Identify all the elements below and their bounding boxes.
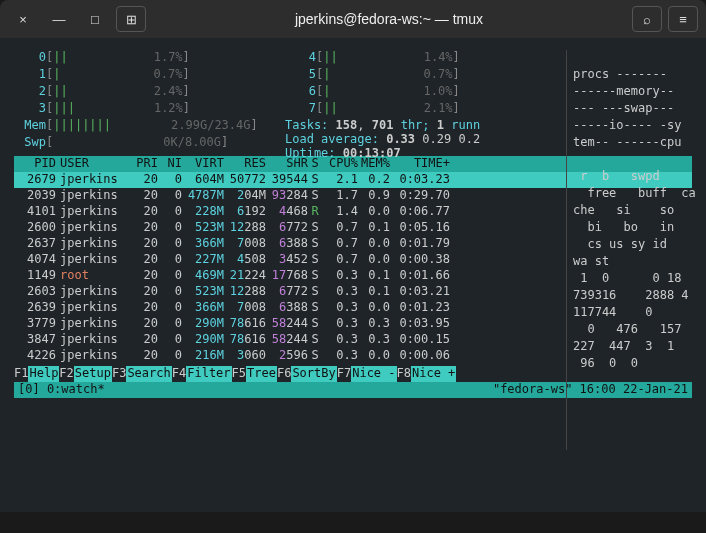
vmstat-line: cs us sy id bbox=[573, 237, 686, 254]
close-button[interactable]: × bbox=[8, 6, 38, 32]
fkey-label-help[interactable]: Help bbox=[28, 366, 59, 382]
search-button[interactable]: ⌕ bbox=[632, 6, 662, 32]
fkey-label-filter[interactable]: Filter bbox=[186, 366, 231, 382]
vmstat-panel: procs -------------memory----- ---swap--… bbox=[566, 50, 686, 450]
fkey-F8: F8 bbox=[397, 366, 411, 382]
cpu-meter-0: 0[||1.7%] bbox=[14, 50, 284, 67]
vmstat-line: 96 0 0 bbox=[573, 356, 686, 373]
maximize-button[interactable]: □ bbox=[80, 6, 110, 32]
fkey-F4: F4 bbox=[172, 366, 186, 382]
col-ni[interactable]: NI bbox=[158, 156, 182, 172]
titlebar: × — □ ⊞ jperkins@fedora-ws:~ — tmux ⌕ ≡ bbox=[0, 0, 706, 38]
vmstat-line: -----io---- -sy bbox=[573, 118, 686, 135]
fkey-F3: F3 bbox=[112, 366, 126, 382]
vmstat-line: 0 476 157 bbox=[573, 322, 686, 339]
fkey-label-search[interactable]: Search bbox=[126, 366, 171, 382]
vmstat-line: procs ------- bbox=[573, 67, 686, 84]
terminal[interactable]: 0[||1.7%]1[|0.7%]2[||2.4%]3[|||1.2%] 4[|… bbox=[0, 38, 706, 512]
cpu-meter-1: 1[|0.7%] bbox=[14, 67, 284, 84]
hamburger-icon: ≡ bbox=[679, 12, 687, 27]
col-user[interactable]: USER bbox=[56, 156, 128, 172]
fkey-label-sortby[interactable]: SortBy bbox=[291, 366, 336, 382]
vmstat-line: --- ---swap--- bbox=[573, 101, 686, 118]
vmstat-line: 739316 2888 4 bbox=[573, 288, 686, 305]
vmstat-line bbox=[573, 152, 686, 169]
col-virt[interactable]: VIRT bbox=[182, 156, 224, 172]
fkey-F2: F2 bbox=[59, 366, 73, 382]
cpu-meter-3: 3[|||1.2%] bbox=[14, 101, 284, 118]
menu-button[interactable]: ≡ bbox=[668, 6, 698, 32]
minimize-button[interactable]: — bbox=[44, 6, 74, 32]
cpu-meter-4: 4[||1.4%] bbox=[284, 50, 554, 67]
vmstat-line: bi bo in bbox=[573, 220, 686, 237]
fkey-label-nice +[interactable]: Nice + bbox=[411, 366, 456, 382]
vmstat-line: r b swpd bbox=[573, 169, 686, 186]
vmstat-line: 117744 0 bbox=[573, 305, 686, 322]
new-tab-button[interactable]: ⊞ bbox=[116, 6, 146, 32]
fkey-F1: F1 bbox=[14, 366, 28, 382]
fkey-label-nice -[interactable]: Nice - bbox=[351, 366, 396, 382]
fkey-label-setup[interactable]: Setup bbox=[74, 366, 112, 382]
cpu-meter-7: 7[||2.1%] bbox=[284, 101, 554, 118]
vmstat-line: 1 0 0 18 bbox=[573, 271, 686, 288]
cpu-meter-5: 5[|0.7%] bbox=[284, 67, 554, 84]
fkey-F5: F5 bbox=[232, 366, 246, 382]
tasks-summary: Tasks: 158, 701 thr; 1 runn Load average… bbox=[285, 118, 480, 160]
search-icon: ⌕ bbox=[643, 12, 651, 27]
fkey-label-tree[interactable]: Tree bbox=[246, 366, 277, 382]
window-title: jperkins@fedora-ws:~ — tmux bbox=[146, 11, 632, 27]
tmux-left: [0] 0:watch* bbox=[18, 382, 105, 398]
vmstat-line: free buff ca bbox=[573, 186, 686, 203]
fkey-F6: F6 bbox=[277, 366, 291, 382]
vmstat-line: ------memory-- bbox=[573, 84, 686, 101]
vmstat-line: tem-- ------cpu bbox=[573, 135, 686, 152]
cpu-meter-6: 6[|1.0%] bbox=[284, 84, 554, 101]
vmstat-line: wa st bbox=[573, 254, 686, 271]
vmstat-line: che si so bbox=[573, 203, 686, 220]
fkey-F7: F7 bbox=[337, 366, 351, 382]
col-pri[interactable]: PRI bbox=[128, 156, 158, 172]
cpu-meter-2: 2[||2.4%] bbox=[14, 84, 284, 101]
vmstat-line: 227 447 3 1 bbox=[573, 339, 686, 356]
col-pid[interactable]: PID bbox=[14, 156, 56, 172]
vmstat-line bbox=[573, 50, 686, 67]
col-res[interactable]: RES bbox=[224, 156, 266, 172]
